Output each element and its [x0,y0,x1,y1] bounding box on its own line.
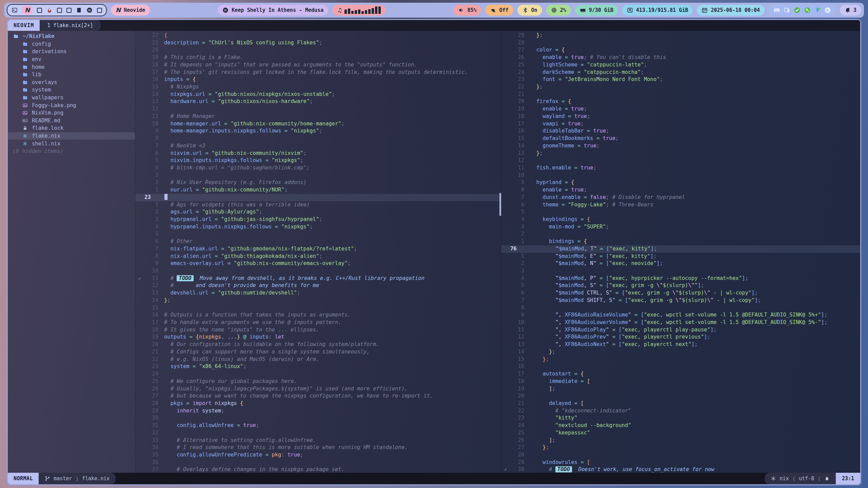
key-icon[interactable] [804,7,811,14]
code-line[interactable]: 12 # and doesn't provide any benefits fo… [135,282,501,289]
code-line[interactable]: 24 darkScheme = "catppuccin-mocha"; [501,69,860,76]
code-line[interactable]: 28 pkgs = import nixpkgs { [135,400,501,407]
code-line[interactable]: 6 "$mainMod CTRL, S" = ["exec, grim -g \… [501,289,860,297]
scrollbar-thumb[interactable] [499,193,501,216]
code-line[interactable]: 32 [135,429,501,437]
now-playing-pill[interactable]: Keep Shelly In Athens - Medusa [218,5,328,16]
code-line[interactable]: 4 # blink-cmp.url = "github:saghen/blink… [135,164,501,172]
code-line[interactable]: 10 ", XF86AudioLowerVolume" = ["exec, wp… [501,319,860,326]
code-line[interactable]: 27 }; [501,444,860,451]
code-line[interactable]: 17# To handle extra arguments we use the… [135,319,501,326]
code-line[interactable]: 26 # Usually, "nixpkgs.legacyPackages.${… [135,385,501,393]
tree-item-home[interactable]: home [8,63,135,71]
workspace-spotify-icon[interactable] [86,7,93,13]
code-line[interactable]: 5 [135,230,501,238]
code-line[interactable]: 29 windowrules = [ [501,459,860,466]
code-line[interactable]: 3 hyprpanel.url = "github:jas-singhfsu/h… [135,216,501,223]
code-line[interactable]: 16 disableTabBar = true; [501,127,860,135]
code-line[interactable]: 15 defaultBookmarks = true; [501,135,860,142]
code-line[interactable]: 20 # Our configuration is buildable on t… [135,341,501,348]
code-line[interactable]: 27 color = { [501,46,860,54]
code-line[interactable]: 9 home-manager.inputs.nixpkgs.follows = … [135,127,501,135]
code-line[interactable]: 21description = "ChUrl's NixOS config us… [135,39,501,47]
bluetooth-pill[interactable]: On [517,5,542,16]
code-line[interactable]: 10 home-manager.url = "github:nix-commun… [135,120,501,128]
code-line[interactable]: 8 nix-alien.url = "github:thiagokokada/n… [135,253,501,260]
code-line[interactable]: 1 nur.url = "github:nix-community/NUR"; [135,186,501,194]
code-line[interactable]: 15 }; [501,356,860,363]
editor-pane-left[interactable]: 22{21description = "ChUrl's NixOS config… [135,31,501,473]
workspace-terminal-icon[interactable] [12,7,18,13]
code-line[interactable]: 76 "$mainMod, T" = ["exec, kitty"]; [501,245,860,253]
code-line[interactable]: 14 gnomeTheme = true; [501,142,860,150]
tree-item-nixflake[interactable]: ~/NixFlake [8,33,135,40]
code-line[interactable]: 31 config.allowUnfree = true; [135,422,501,429]
volume-pill[interactable]: 85% [453,5,481,16]
code-line[interactable]: 13 }; [501,150,860,157]
code-line[interactable]: 3 [135,172,501,179]
code-line[interactable]: 20 [501,392,860,400]
code-line[interactable]: 20 firefox = { [501,98,860,105]
tablet-lock-icon[interactable] [784,7,790,14]
code-line[interactable]: 22 }; [501,83,860,91]
workspace-empty-icon[interactable] [97,8,102,13]
code-line[interactable]: ✓30 # TODO Doesn't work, use focus_on_ac… [501,466,860,473]
code-line[interactable]: 21 # Configs can support more than a sin… [135,348,501,356]
code-line[interactable]: 4 "$mainMod, P" = ["exec, hyprpicker --a… [501,275,860,282]
code-line[interactable]: 25 "keepassxc" [501,429,860,437]
code-line[interactable]: 26 ]; [501,437,860,444]
code-line[interactable]: 18 immediate = [ [501,378,860,385]
code-line[interactable]: 6 nixvim.url = "github:nix-community/nix… [135,150,501,157]
memory-pill[interactable]: 9/30 GiB [575,5,618,16]
code-line[interactable]: 28 [501,39,860,47]
workspace-empty-icon[interactable] [66,8,72,13]
code-line[interactable]: 22{ [135,32,501,39]
code-line[interactable]: 23 [135,194,501,201]
code-line[interactable]: 7 # NeoVim <3 [135,142,501,150]
code-line[interactable]: 1 # Ags for widgets (this was a terrible… [135,201,501,209]
code-line[interactable]: 23 "kitty" [501,414,860,422]
code-line[interactable]: 11 fish.enable = true; [501,164,860,172]
code-line[interactable]: 19 ]; [501,385,860,393]
code-line[interactable]: 7 dunst.enable = false; # Disable for hy… [501,194,860,201]
tree-item-derivations[interactable]: derivations [8,48,135,56]
disk-pill[interactable]: 413.19/915.81 GiB [622,5,693,16]
code-line[interactable]: 3 [501,267,860,275]
code-line[interactable]: 9 hyprland = { [501,179,860,186]
code-line[interactable]: 29 }; [501,32,860,39]
code-line[interactable]: 6 # Other [135,238,501,245]
code-line[interactable]: 22 # e.g. NixOS (linux) and MacOS (darwi… [135,356,501,363]
tree-item-foggy-lake-png[interactable]: Foggy-Lake.png [8,101,135,109]
code-line[interactable]: 12 [501,157,860,164]
code-line[interactable]: 7 "$mainMod SHIFT, S" = ["exec, grim -g … [501,297,860,304]
tree-item-wallpapers[interactable]: wallpapers [8,94,135,102]
code-line[interactable]: 27 # but because we want to change the n… [135,392,501,400]
code-line[interactable]: 20 [135,46,501,54]
code-line[interactable]: 8 [135,135,501,142]
code-line[interactable]: 16inputs = { [135,76,501,83]
tree-item-overlays[interactable]: overlays [8,79,135,86]
code-line[interactable]: 14}; [135,297,501,304]
code-line[interactable]: 21 [501,91,860,98]
code-line[interactable]: 11 ", XF86AudioPlay" = ["exec, playerctl… [501,326,860,334]
code-line[interactable]: 24 "nextcloud --background" [501,422,860,429]
code-line[interactable]: 2 ags.url = "github:Aylur/ags"; [135,208,501,216]
code-line[interactable]: 15 [135,304,501,312]
cpu-pill[interactable]: 2% [546,5,571,16]
code-line[interactable]: 18 wayland = true; [501,113,860,120]
code-line[interactable]: 22 # "kdeconnect-indicator" [501,407,860,415]
code-line[interactable]: 16# Outputs is a function that takes the… [135,311,501,319]
code-line[interactable]: 14 nixpkgs.url = "github:nixos/nixpkgs/n… [135,91,501,98]
keyboard-icon[interactable] [773,7,780,14]
code-line[interactable]: 21 delayed = [ [501,400,860,407]
code-line[interactable]: 19 enable = true; [501,105,860,113]
code-line[interactable]: 8 [501,304,860,312]
vesktop-icon[interactable] [814,7,821,14]
clock-pill[interactable]: 2025-06-18 00:04 [697,5,765,16]
code-line[interactable]: 12 [135,105,501,113]
code-line[interactable]: 1 "$mainMod, E" = ["exec, kitty"]; [501,253,860,260]
workspace-empty-icon[interactable] [57,8,62,13]
notifications-pill[interactable]: 3 [840,5,861,16]
code-line[interactable]: 6 theme = "Foggy-Lake"; # Three-Bears [501,201,860,209]
code-line[interactable]: 13 ", XF86AudioNext" = ["exec, playerctl… [501,341,860,348]
